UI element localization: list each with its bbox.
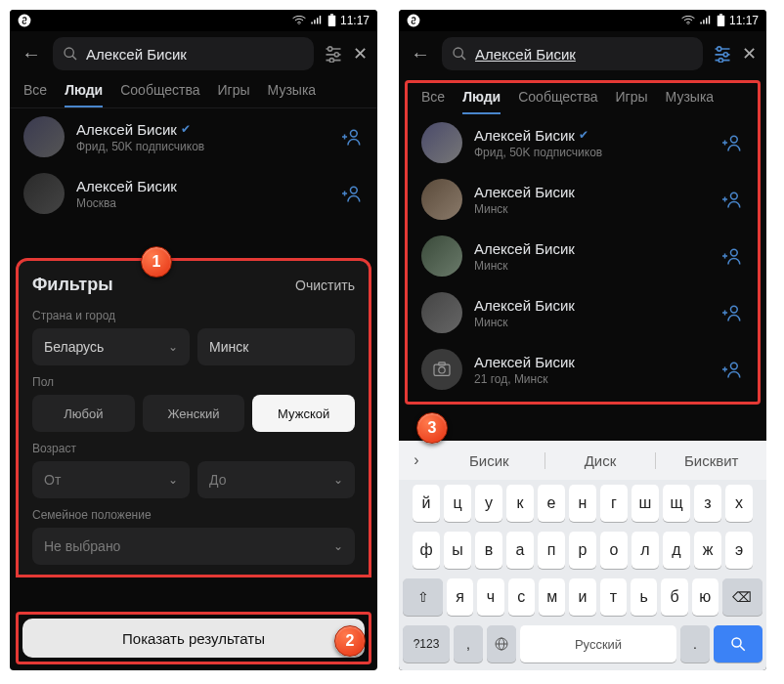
age-to-select[interactable]: До⌄ [197,461,355,498]
svg-point-1 [298,23,299,24]
key-т[interactable]: т [600,578,627,616]
wifi-icon [681,16,695,25]
key-л[interactable]: л [632,532,659,569]
key-ж[interactable]: ж [694,532,721,569]
tab-people[interactable]: Люди [65,82,103,107]
key-period[interactable]: . [680,625,710,663]
key-э[interactable]: э [725,532,753,569]
tab-music[interactable]: Музыка [268,82,317,107]
key-п[interactable]: п [538,532,565,569]
list-item[interactable]: Алексей БисикМинск [408,228,758,284]
key-space[interactable]: Русский [520,625,676,663]
gender-any[interactable]: Любой [32,395,135,432]
key-ц[interactable]: ц [444,485,471,522]
list-item[interactable]: Алексей БисикМинск [408,171,758,228]
key-я[interactable]: я [447,578,473,616]
key-б[interactable]: б [661,578,687,616]
key-и[interactable]: и [569,578,595,616]
key-р[interactable]: р [569,532,596,569]
key-д[interactable]: д [663,532,690,569]
key-м[interactable]: м [539,578,565,616]
close-icon[interactable]: ✕ [353,43,368,64]
add-friend-icon[interactable] [722,303,744,322]
list-item[interactable]: Алексей БисикМинск [408,284,758,341]
key-ь[interactable]: ь [631,578,657,616]
add-friend-icon[interactable] [342,184,364,203]
key-а[interactable]: а [506,532,534,569]
add-friend-icon[interactable] [722,246,744,266]
filter-icon[interactable] [324,45,343,63]
results-list: Алексей Бисик✔ Фрид, 50K подписчиков Але… [10,108,377,222]
key-numeric[interactable]: ?123 [403,625,450,663]
age-from-select[interactable]: От⌄ [32,461,190,498]
key-г[interactable]: г [600,485,628,522]
svg-point-25 [718,47,721,51]
tab-all[interactable]: Все [421,89,445,114]
key-й[interactable]: й [413,485,440,522]
city-input[interactable]: Минск [197,328,355,365]
add-friend-icon[interactable] [722,360,744,379]
key-search[interactable] [714,625,762,663]
gender-female[interactable]: Женский [143,395,245,432]
person-sub: 21 год, Минск [474,372,711,386]
search-field[interactable] [86,46,304,63]
key-с[interactable]: с [508,578,535,616]
suggestion[interactable]: Бисик [434,452,545,469]
svg-point-19 [687,23,688,24]
key-ч[interactable]: ч [477,578,503,616]
tab-games[interactable]: Игры [218,82,250,107]
list-item[interactable]: Алексей Бисик21 год, Минск [408,341,758,398]
key-ф[interactable]: ф [413,532,440,569]
key-comma[interactable]: , [454,625,483,663]
show-results-button[interactable]: Показать результаты [22,619,365,658]
suggestion[interactable]: Бисквит [656,452,766,469]
close-icon[interactable]: ✕ [742,43,757,64]
key-в[interactable]: в [475,532,502,569]
key-о[interactable]: о [600,532,628,569]
svg-rect-20 [718,16,725,26]
key-к[interactable]: к [506,485,534,522]
gender-male[interactable]: Мужской [252,395,355,432]
tab-people[interactable]: Люди [462,89,501,114]
tab-communities[interactable]: Сообщества [518,89,597,114]
key-ы[interactable]: ы [444,532,471,569]
list-item[interactable]: Алексей Бисик✔Фрид, 50K подписчиков [408,114,758,171]
back-button[interactable]: ← [409,43,432,65]
back-button[interactable]: ← [20,43,43,65]
key-ш[interactable]: ш [632,485,659,522]
key-з[interactable]: з [694,485,721,522]
search-field[interactable] [475,46,693,63]
person-sub: Минск [474,202,711,216]
tab-communities[interactable]: Сообщества [120,82,199,107]
suggestion[interactable]: Диск [545,452,657,469]
search-input-wrap[interactable] [53,37,314,70]
add-friend-icon[interactable] [722,190,744,209]
key-ю[interactable]: ю [692,578,719,616]
list-item[interactable]: Алексей Бисик Москва [10,165,377,222]
suggestion-expand[interactable]: › [399,451,434,469]
avatar [421,179,462,220]
key-е[interactable]: е [538,485,565,522]
filter-icon[interactable] [713,45,732,63]
add-friend-icon[interactable] [342,127,364,147]
list-item[interactable]: Алексей Бисик✔ Фрид, 50K подписчиков [10,108,377,165]
key-backspace[interactable]: ⌫ [722,578,762,616]
key-language[interactable] [487,625,516,663]
marital-select[interactable]: Не выбрано⌄ [32,528,355,565]
tab-all[interactable]: Все [23,82,47,107]
search-input-wrap[interactable] [442,37,703,70]
shazam-icon [18,14,31,27]
key-у[interactable]: у [475,485,502,522]
svg-point-43 [439,367,445,373]
key-shift[interactable]: ⇧ [403,578,443,616]
country-select[interactable]: Беларусь⌄ [32,328,190,365]
filters-clear[interactable]: Очистить [295,278,355,293]
key-н[interactable]: н [569,485,596,522]
key-щ[interactable]: щ [663,485,690,522]
tab-games[interactable]: Игры [616,89,648,114]
tab-music[interactable]: Музыка [666,89,715,114]
add-friend-icon[interactable] [722,133,744,152]
person-sub: Фрид, 50K подписчиков [474,146,711,159]
gender-segmented: Любой Женский Мужской [32,395,355,432]
key-х[interactable]: х [725,485,753,522]
